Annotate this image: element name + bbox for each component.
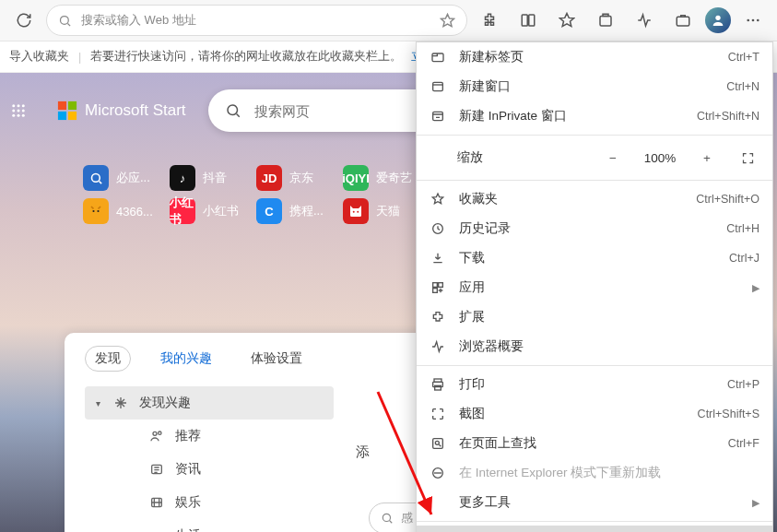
chevron-right-icon: ▶ (752, 497, 759, 509)
tile-label: 4366... (116, 205, 153, 219)
menu-item-star[interactable]: 收藏夹Ctrl+Shift+O (417, 184, 772, 214)
quick-link-tile[interactable]: ♪抖音 (170, 165, 249, 191)
svg-rect-40 (439, 283, 443, 288)
search-icon (225, 102, 241, 119)
microsoft-logo-icon (57, 100, 77, 121)
ie-icon (430, 466, 446, 480)
menu-item-download[interactable]: 下载Ctrl+J (417, 243, 772, 273)
menu-item-shot[interactable]: 截图Ctrl+Shift+S (417, 399, 772, 429)
quick-link-tile[interactable]: C携程... (256, 198, 336, 224)
menu-item-gear[interactable]: 设置 (417, 526, 772, 532)
menu-item-ext[interactable]: 扩展 (417, 302, 772, 332)
menu-item-history[interactable]: 历史记录Ctrl+H (417, 214, 772, 243)
zoom-in-button[interactable]: + (691, 145, 723, 171)
menu-shortcut: Ctrl+T (728, 51, 759, 64)
svg-point-9 (12, 104, 15, 107)
triangle-icon: ▾ (96, 398, 100, 408)
quick-link-tile[interactable]: JD京东 (256, 165, 336, 191)
item-icon (113, 396, 128, 410)
menu-item-print[interactable]: 打印Ctrl+P (417, 370, 772, 399)
tile-icon: JD (256, 165, 282, 191)
quick-link-tile[interactable]: 小红书小红书 (170, 198, 249, 224)
menu-item-perf[interactable]: 浏览器概要 (417, 332, 772, 361)
menu-item-label: 浏览器概要 (459, 338, 759, 355)
svg-point-13 (18, 110, 20, 112)
zoom-label: 缩放 (457, 149, 588, 166)
svg-rect-21 (68, 112, 77, 120)
tile-icon (343, 198, 369, 224)
zoom-out-button[interactable]: − (597, 145, 629, 171)
svg-point-25 (92, 210, 94, 212)
menu-item-label: 下载 (459, 250, 716, 266)
menu-item-label: 历史记录 (459, 220, 713, 237)
svg-point-34 (383, 514, 390, 521)
app-launcher-button[interactable] (2, 94, 35, 127)
menu-item-apps[interactable]: 应用▶ (417, 273, 772, 302)
favorite-star-icon[interactable] (440, 13, 455, 29)
favorites-hint: 若要进行快速访问，请将你的网址收藏放在此收藏夹栏上。 (90, 49, 402, 65)
svg-rect-3 (600, 17, 611, 27)
menu-item-label: 截图 (459, 406, 685, 422)
svg-rect-41 (433, 289, 438, 293)
import-favorites-link[interactable]: 导入收藏夹 (9, 49, 69, 65)
svg-point-8 (757, 19, 759, 22)
tile-label: 小红书 (203, 203, 239, 219)
collections-button[interactable] (589, 4, 622, 37)
menu-item-find[interactable]: 在页面上查找Ctrl+F (417, 429, 772, 458)
feed-tab[interactable]: 发现 (85, 346, 131, 372)
menu-shortcut: Ctrl+F (728, 437, 759, 450)
chevron-right-icon: ▶ (752, 282, 759, 294)
menu-item-tab[interactable]: 新建标签页Ctrl+T (417, 42, 772, 72)
tile-label: 天猫 (376, 203, 400, 219)
svg-point-16 (18, 114, 20, 117)
settings-more-button[interactable] (736, 4, 770, 37)
svg-point-23 (91, 173, 100, 182)
profile-avatar[interactable] (705, 7, 731, 33)
menu-item-label: 收藏夹 (459, 191, 683, 207)
interest-sidebar-item[interactable]: 娱乐 (85, 486, 334, 519)
menu-item-more[interactable]: 更多工具▶ (417, 488, 772, 517)
svg-point-12 (12, 110, 15, 112)
split-screen-button[interactable] (512, 4, 545, 37)
interest-sidebar-item[interactable]: 推荐 (85, 420, 334, 453)
interest-sidebar-item[interactable]: 资讯 (85, 453, 334, 486)
item-label: 推荐 (175, 428, 201, 444)
quick-link-tile[interactable]: 必应... (83, 165, 162, 191)
browser-toolbar: 搜索或输入 Web 地址 (0, 0, 777, 41)
fullscreen-button[interactable] (732, 145, 763, 171)
tile-label: 携程... (289, 203, 324, 219)
extensions-button[interactable] (473, 4, 506, 37)
address-bar[interactable]: 搜索或输入 Web 地址 (46, 5, 467, 36)
tile-icon: 小红书 (170, 198, 195, 224)
perf-icon (430, 339, 446, 354)
refresh-button[interactable] (7, 4, 41, 37)
menu-shortcut: Ctrl+J (729, 252, 759, 265)
tile-label: 爱奇艺 (376, 170, 412, 186)
menu-item-ie: 在 Internet Explorer 模式下重新加载 (417, 458, 772, 488)
performance-button[interactable] (628, 4, 661, 37)
quick-link-tile[interactable]: iQIYI爱奇艺 (343, 165, 422, 191)
svg-point-0 (61, 16, 69, 24)
svg-point-17 (22, 114, 25, 117)
quick-link-tile[interactable]: 天猫 (343, 198, 422, 224)
menu-shortcut: Ctrl+Shift+N (697, 110, 759, 123)
menu-item-window[interactable]: 新建窗口Ctrl+N (417, 72, 772, 101)
item-icon (149, 528, 164, 532)
menu-shortcut: Ctrl+Shift+O (696, 193, 759, 206)
item-label: 生活 (175, 527, 201, 532)
menu-item-label: 在 Internet Explorer 模式下重新加载 (459, 465, 759, 481)
feed-tab[interactable]: 我的兴趣 (151, 347, 221, 371)
item-label: 发现兴趣 (139, 395, 191, 411)
zoom-value: 100% (638, 151, 682, 165)
quick-link-tile[interactable]: 4366... (83, 198, 162, 224)
interest-sidebar-item[interactable]: 生活 (85, 519, 334, 532)
item-icon (149, 495, 164, 510)
favorites-button[interactable] (550, 4, 583, 37)
microsoft-start-brand[interactable]: Microsoft Start (57, 100, 186, 121)
menu-item-private[interactable]: 新建 InPrivate 窗口Ctrl+Shift+N (417, 101, 772, 131)
interest-sidebar-item[interactable]: ▾发现兴趣 (85, 386, 334, 420)
private-icon (430, 109, 446, 124)
screenshot-button[interactable] (666, 4, 700, 37)
ext-icon (430, 310, 446, 325)
feed-tab[interactable]: 体验设置 (241, 347, 312, 371)
